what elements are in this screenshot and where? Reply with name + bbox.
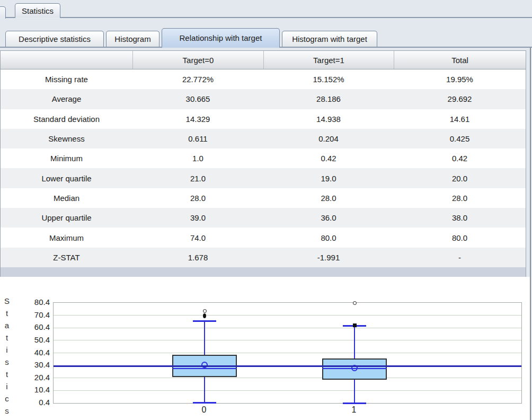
y-tick-label: 50.4 xyxy=(15,335,50,345)
cell-total: 80.0 xyxy=(394,228,526,247)
y-tick-label: 80.4 xyxy=(15,298,50,307)
cell-target0: 22.772% xyxy=(132,69,263,89)
cell-total: - xyxy=(394,248,526,267)
cell-target0: 30.665 xyxy=(132,89,263,109)
cell-target1: 28.186 xyxy=(263,89,394,109)
cell-target1: 80.0 xyxy=(263,228,394,247)
y-tick-label: 70.4 xyxy=(15,310,50,320)
table-row[interactable]: Average30.66528.18629.692 xyxy=(1,89,526,109)
row-label: Z-STAT xyxy=(1,248,132,267)
cell-total: 20.0 xyxy=(394,168,526,188)
y-axis-title-letter: s xyxy=(3,407,11,415)
tab-descriptive-statistics[interactable]: Descriptive statistics xyxy=(5,31,104,47)
hidden-tab-fragment[interactable] xyxy=(0,6,6,19)
whisker-cap xyxy=(193,320,216,322)
average-reference-line xyxy=(54,365,521,367)
cell-total: 0.425 xyxy=(394,129,526,148)
gridline xyxy=(54,328,521,328)
table-row[interactable]: Lower quartile21.019.020.0 xyxy=(1,168,526,188)
cell-total: 0.42 xyxy=(394,148,526,168)
row-label: Minimum xyxy=(1,148,132,168)
y-tick-label: 60.4 xyxy=(15,322,50,332)
cell-target1: 0.42 xyxy=(263,148,394,168)
sub-tab-bar: Descriptive statistics Histogram Relatio… xyxy=(0,28,532,48)
gridline xyxy=(54,340,521,340)
table-row[interactable]: Standard deviation14.32914.93814.61 xyxy=(1,109,526,129)
cell-target0: 28.0 xyxy=(132,188,263,208)
cell-target0: 1.0 xyxy=(132,148,263,168)
cell-target1: 36.0 xyxy=(263,208,394,228)
y-axis-title-letter: S xyxy=(3,298,11,305)
cell-total: 19.95% xyxy=(394,69,526,89)
y-axis-title-letter: c xyxy=(3,395,11,402)
y-axis-title-letter: i xyxy=(3,346,11,354)
cell-total: 38.0 xyxy=(394,208,526,228)
plot-area xyxy=(53,302,522,404)
y-tick-label: 20.4 xyxy=(15,373,50,382)
y-axis-title-letter: s xyxy=(3,358,11,366)
statistics-window: Statistics Descriptive statistics Histog… xyxy=(0,0,532,420)
y-axis-title-letter: t xyxy=(3,310,11,317)
outlier-point xyxy=(203,313,206,318)
column-header-empty xyxy=(1,51,132,69)
y-axis-title-letter: i xyxy=(3,383,11,390)
gridline xyxy=(54,315,521,316)
table-header-row: Target=0 Target=1 Total xyxy=(1,51,526,69)
row-label: Median xyxy=(1,188,132,208)
cell-target0: 21.0 xyxy=(132,168,263,188)
tab-histogram-with-target[interactable]: Histogram with target xyxy=(282,31,377,47)
x-tick-label: 0 xyxy=(193,405,215,415)
y-tick-label: 10.4 xyxy=(15,385,50,395)
row-label: Skewness xyxy=(1,129,132,148)
gridline xyxy=(54,378,521,378)
table-row[interactable]: Missing rate22.772%15.152%19.95% xyxy=(1,69,526,89)
cell-target1: 15.152% xyxy=(263,69,394,89)
y-tick-label: 40.4 xyxy=(15,348,50,357)
cell-target0: 39.0 xyxy=(132,208,263,228)
y-axis-title-letter: t xyxy=(3,371,11,378)
table-row[interactable]: Z-STAT1.678-1.991- xyxy=(1,248,526,267)
tab-relationship-with-target[interactable]: Relationship with target xyxy=(162,28,280,47)
row-label: Maximum xyxy=(1,228,132,247)
median-line xyxy=(172,368,237,369)
column-header-total: Total xyxy=(394,51,526,69)
cell-target1: 0.204 xyxy=(263,129,394,148)
boxplot-chart: Statistics 80.470.460.450.440.430.420.41… xyxy=(0,277,530,420)
cell-target0: 14.329 xyxy=(132,109,263,129)
cell-target1: 19.0 xyxy=(263,168,394,188)
table-row[interactable]: Minimum1.00.420.42 xyxy=(1,148,526,168)
main-tab-bar: Statistics xyxy=(0,0,532,18)
cell-total: 14.61 xyxy=(394,109,526,129)
table-row[interactable]: Maximum74.080.080.0 xyxy=(1,228,526,247)
column-header-target1: Target=1 xyxy=(263,51,394,69)
cell-total: 28.0 xyxy=(394,188,526,208)
cell-target0: 0.611 xyxy=(132,129,263,148)
column-header-target0: Target=0 xyxy=(132,51,263,69)
tab-histogram[interactable]: Histogram xyxy=(106,31,159,47)
gridline xyxy=(54,353,521,353)
row-label: Standard deviation xyxy=(1,109,132,129)
cell-target0: 74.0 xyxy=(132,228,263,247)
tab-statistics[interactable]: Statistics xyxy=(15,3,60,18)
y-tick-label: 0.4 xyxy=(15,398,50,407)
statistics-table: Target=0 Target=1 Total Missing rate22.7… xyxy=(0,50,526,277)
row-label: Missing rate xyxy=(1,69,132,89)
cell-target1: 14.938 xyxy=(263,109,394,129)
tab-statistics-label: Statistics xyxy=(22,6,54,15)
table-footer-strip xyxy=(1,267,526,277)
table-row[interactable]: Skewness0.6110.2040.425 xyxy=(1,129,526,148)
cell-target1: 28.0 xyxy=(263,188,394,208)
row-label: Lower quartile xyxy=(1,168,132,188)
row-label: Average xyxy=(1,89,132,109)
whisker-cap xyxy=(343,402,366,404)
content-panel: Target=0 Target=1 Total Missing rate22.7… xyxy=(0,48,531,420)
y-tick-label: 30.4 xyxy=(15,360,50,370)
outlier-point xyxy=(353,323,357,327)
outlier-point xyxy=(353,301,357,305)
gridline xyxy=(54,390,521,391)
table-row[interactable]: Median28.028.028.0 xyxy=(1,188,526,208)
outlier-point xyxy=(203,309,207,313)
table-row[interactable]: Upper quartile39.036.038.0 xyxy=(1,208,526,228)
whisker-cap xyxy=(193,402,216,404)
x-tick-label: 1 xyxy=(343,405,365,415)
